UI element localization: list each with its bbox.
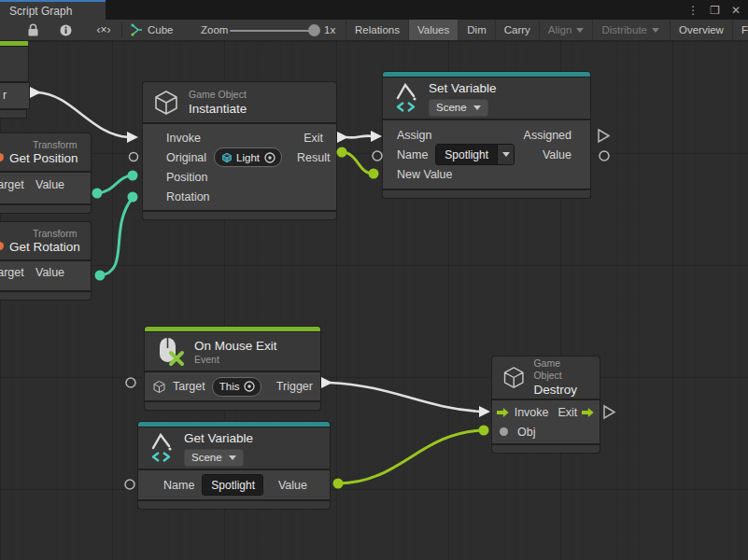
object-picker-icon[interactable] [263, 151, 276, 164]
port-label-exit: Exit [303, 132, 323, 145]
lock-icon[interactable] [24, 20, 41, 40]
port-label-trigger: Trigger [276, 380, 313, 393]
chevron-down-icon [473, 105, 481, 110]
port-label-rotation: Rotation [166, 190, 210, 203]
port-label-name: Name [397, 148, 428, 161]
transform-icon [0, 153, 4, 161]
chevron-down-icon [502, 152, 510, 157]
node-title: Get Variable [184, 430, 253, 446]
relations-button[interactable]: Relations [346, 20, 408, 40]
port-label-name: Name [163, 479, 194, 492]
cube-icon [152, 89, 180, 117]
node-get-position[interactable]: Transform Get Position Target Value [0, 133, 91, 213]
game-object-icon [152, 380, 166, 394]
close-icon[interactable]: ✕ [731, 4, 741, 17]
maximize-icon[interactable]: ❒ [710, 4, 720, 17]
event-node-fragment-label: r [3, 89, 7, 102]
port-label-exit: Exit [558, 406, 578, 419]
node-footer [143, 212, 336, 219]
event-node-fragment-body[interactable]: r [0, 83, 29, 108]
node-get-variable[interactable]: Get Variable Scene Name Spotlight Value [138, 422, 330, 509]
node-set-variable[interactable]: Set Variable Scene Assign Assigned Name … [383, 72, 590, 198]
game-object-icon [221, 152, 233, 163]
port-label-target: Target [0, 178, 24, 191]
value-port-icon[interactable] [500, 427, 508, 436]
variable-scope-dropdown[interactable]: Scene [184, 449, 244, 467]
node-subtitle: Event [194, 354, 277, 366]
node-footer [138, 501, 330, 509]
cube-icon [501, 365, 526, 390]
port-label-value: Value [35, 178, 64, 191]
node-footer [383, 190, 590, 198]
node-on-mouse-exit[interactable]: On Mouse Exit Event Target This Trigger [145, 327, 320, 410]
toolbar-divider [121, 22, 122, 37]
port-label-value: Value [278, 479, 307, 492]
node-title: On Mouse Exit [194, 338, 277, 354]
node-category: Game Object [189, 89, 247, 101]
zoom-label: Zoom [201, 20, 228, 40]
node-title: Get Position [9, 150, 78, 166]
object-picker-icon[interactable] [243, 380, 256, 393]
zoom-slider-knob[interactable] [308, 24, 320, 36]
align-dropdown[interactable]: Align [539, 20, 593, 40]
flow-port-in-icon[interactable] [497, 407, 510, 418]
node-get-rotation[interactable]: Transform Get Rotation Target Value [0, 222, 91, 300]
node-title: Instantiate [189, 101, 247, 117]
graph-canvas[interactable] [0, 41, 748, 560]
zoom-slider-track[interactable] [230, 30, 316, 32]
script-graph-window: Script Graph ⋮ ❒ ✕ ‹×› Cube Zoom [0, 0, 748, 560]
node-footer [492, 445, 600, 453]
port-label-new-value: New Value [397, 168, 453, 181]
tab-label: Script Graph [9, 5, 72, 18]
graph-breadcrumb[interactable]: Cube [148, 20, 174, 40]
node-destroy[interactable]: Game Object Destroy Invoke Exit Obj [492, 357, 600, 453]
full-screen-button[interactable]: Full Screen [732, 20, 748, 40]
port-label-obj: Obj [517, 426, 535, 439]
port-label-assigned: Assigned [524, 129, 572, 142]
title-bar: Script Graph ⋮ ❒ ✕ [0, 0, 748, 20]
transform-icon [0, 242, 4, 250]
overview-button[interactable]: Overview [670, 20, 732, 40]
variable-name-dropdown[interactable]: Spotlight [202, 474, 263, 496]
window-menu-icon[interactable]: ⋮ [687, 4, 699, 17]
variable-scope-dropdown[interactable]: Scene [429, 99, 488, 117]
info-icon[interactable] [58, 20, 73, 40]
chevron-down-icon [652, 28, 659, 33]
chevron-down-icon [576, 28, 584, 33]
variable-name-dropdown[interactable]: Spotlight [435, 144, 515, 165]
node-title: Set Variable [429, 80, 497, 96]
node-footer [0, 292, 91, 300]
flow-port-out-icon[interactable] [582, 407, 595, 418]
graph-toolbar: ‹×› Cube Zoom 1x Relations Values Dim Ca… [0, 20, 748, 41]
chevron-down-icon [229, 455, 236, 460]
port-label-position: Position [166, 171, 207, 184]
code-view-icon[interactable]: ‹×› [92, 20, 116, 40]
port-label-original: Original [166, 151, 206, 164]
node-instantiate[interactable]: Game Object Instantiate Invoke Exit Orig… [143, 82, 336, 219]
object-field-this[interactable]: This [212, 377, 262, 397]
port-label-result: Result [297, 151, 330, 164]
dim-button[interactable]: Dim [458, 20, 494, 40]
port-label-target: Target [173, 380, 205, 393]
node-footer [145, 402, 320, 410]
port-label-value: Value [543, 148, 572, 161]
port-label-value: Value [35, 266, 64, 279]
carry-button[interactable]: Carry [495, 20, 539, 40]
event-node-fragment-header[interactable] [0, 47, 28, 81]
zoom-value: 1x [324, 20, 335, 40]
distribute-dropdown[interactable]: Distribute [592, 20, 668, 40]
event-node-fragment-footer [0, 110, 26, 118]
graph-breadcrumb-icon [129, 20, 145, 40]
tab-script-graph[interactable]: Script Graph [0, 0, 106, 20]
node-title: Get Rotation [9, 239, 80, 255]
port-label-target: Target [0, 266, 24, 279]
port-label-invoke: Invoke [515, 406, 549, 419]
node-title: Destroy [533, 382, 590, 398]
variable-icon [392, 83, 420, 113]
object-field-light[interactable]: Light [214, 147, 282, 167]
variable-icon [148, 433, 176, 463]
values-button[interactable]: Values [408, 20, 458, 40]
node-footer [0, 205, 91, 213]
node-category: Game Object [533, 357, 590, 382]
mouse-exit-icon [154, 336, 186, 368]
